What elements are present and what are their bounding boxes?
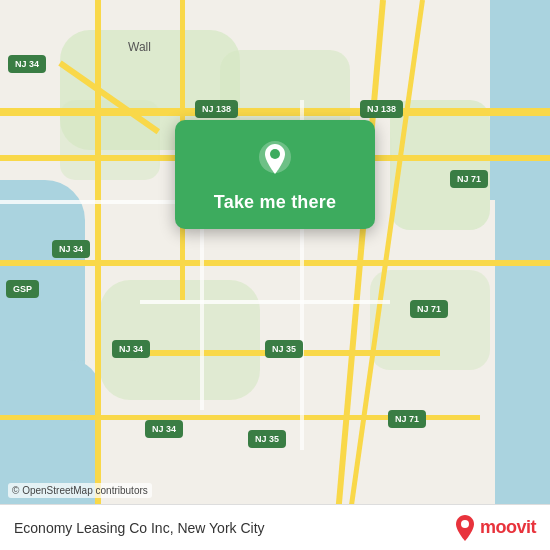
take-me-there-card[interactable]: Take me there: [175, 120, 375, 229]
route-badge-nj71-low: NJ 71: [388, 410, 426, 428]
road-minor-1: [0, 200, 200, 204]
route-badge-nj138-left: NJ 138: [195, 100, 238, 118]
copyright-text: © OpenStreetMap contributors: [8, 483, 152, 498]
location-pin-icon: [253, 138, 297, 182]
location-text: Economy Leasing Co Inc, New York City: [14, 520, 454, 536]
road-horizontal-1: [0, 108, 550, 116]
route-badge-nj34-mid: NJ 34: [52, 240, 90, 258]
take-me-there-button[interactable]: Take me there: [214, 192, 336, 213]
route-badge-nj138-right: NJ 138: [360, 100, 403, 118]
route-badge-nj71-mid: NJ 71: [410, 300, 448, 318]
route-badge-nj34-top: NJ 34: [8, 55, 46, 73]
bottom-bar: Economy Leasing Co Inc, New York City mo…: [0, 504, 550, 550]
water-body-right-top: [490, 0, 550, 200]
moovit-logo: moovit: [454, 515, 536, 541]
route-badge-nj35-mid: NJ 35: [265, 340, 303, 358]
moovit-pin-icon: [454, 515, 476, 541]
route-badge-nj71-top: NJ 71: [450, 170, 488, 188]
route-badge-nj34-bottom: NJ 34: [145, 420, 183, 438]
city-label: Wall: [128, 40, 151, 54]
road-minor-2: [140, 300, 390, 304]
road-vertical-1: [95, 0, 101, 550]
svg-point-1: [270, 149, 280, 159]
water-body-right-mid: [495, 200, 550, 550]
route-badge-nj34-low: NJ 34: [112, 340, 150, 358]
moovit-brand-text: moovit: [480, 517, 536, 538]
road-horizontal-3: [0, 260, 550, 266]
map-container: Wall NJ 34 NJ 34 NJ 34 NJ 34 NJ 35 NJ 35…: [0, 0, 550, 550]
svg-point-2: [461, 520, 469, 528]
route-badge-nj35-bottom: NJ 35: [248, 430, 286, 448]
route-badge-gsp: GSP: [6, 280, 39, 298]
